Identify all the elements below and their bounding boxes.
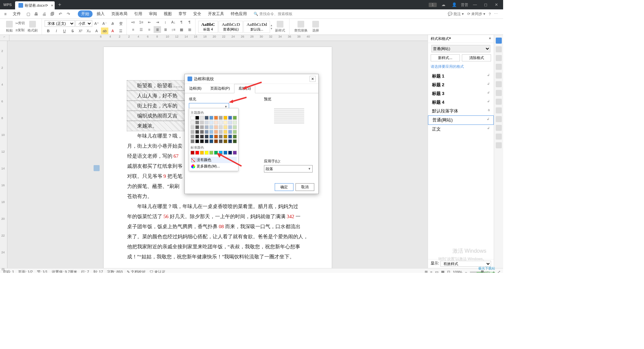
tab-start[interactable]: 开始 [78,10,93,17]
color-swatch[interactable] [228,120,232,124]
close-button[interactable]: ✕ [492,2,500,7]
shading[interactable]: ▦ [178,26,185,33]
ruler-horizontal[interactable]: 642246810121416182022242628303234363840 [9,35,428,41]
bullets[interactable]: •≡ [129,19,137,26]
linespace[interactable]: ↕ [162,19,169,26]
dialog-close[interactable]: × [310,76,316,82]
clear-format[interactable]: A̷ [109,20,116,27]
color-swatch[interactable] [195,130,199,134]
document-tab[interactable]: 盼望着.docx ⟳ × [15,1,55,9]
ok-button[interactable]: 确定 [275,183,293,191]
color-swatch[interactable] [214,151,218,155]
cut-button[interactable]: ✂ 剪切 [15,20,25,27]
color-swatch[interactable] [219,120,223,124]
preview-icon[interactable]: 🗐 [49,11,56,17]
borders[interactable]: ⊞ [186,26,193,33]
color-swatch[interactable] [205,130,209,134]
tool-6[interactable] [496,81,502,87]
tool-13[interactable] [496,142,502,148]
tool-4[interactable] [496,64,502,70]
underline-button[interactable]: U [61,28,68,34]
color-swatch[interactable] [214,116,218,120]
color-swatch[interactable] [219,139,223,143]
badge-1[interactable]: 1 [429,3,437,7]
color-swatch[interactable] [223,120,227,124]
color-swatch[interactable] [200,130,204,134]
sync-button[interactable]: ⟳ 未同步 ▾ [467,11,485,16]
style-h2[interactable]: 标题 2↲ [428,81,494,89]
color-swatch[interactable] [228,139,232,143]
sub-button[interactable]: X₂ [85,28,92,34]
cancel-button[interactable]: 取消 [296,183,314,191]
color-swatch[interactable] [191,125,195,129]
color-swatch[interactable] [191,116,195,120]
italic-button[interactable]: I [53,28,60,34]
undo-icon[interactable]: ↶ [57,11,64,17]
tab-refresh-icon[interactable]: ⟳ [45,3,48,8]
style-normal-web[interactable]: AaBbCcD普通(网站) [219,21,243,33]
show-marks[interactable]: ¶ [178,19,185,26]
color-swatch[interactable] [195,120,199,124]
color-swatch[interactable] [200,139,204,143]
color-swatch[interactable] [233,139,237,143]
new-style-button[interactable]: 新样式 [273,20,287,34]
color-swatch[interactable] [219,116,223,120]
numbering[interactable]: 1≡ [138,19,145,26]
spacing[interactable]: ↕≡ [170,26,177,33]
color-swatch[interactable] [214,130,218,134]
tab-shading[interactable]: 底纹(S) [234,84,255,93]
char-shade[interactable]: ☰ [117,28,124,34]
color-swatch[interactable] [195,135,199,139]
notif-icon[interactable]: ☁ [439,2,447,7]
color-swatch[interactable] [200,125,204,129]
redo-icon[interactable]: ↷ [65,11,72,17]
color-swatch[interactable] [228,135,232,139]
font-color[interactable]: A [109,28,116,34]
open-icon[interactable]: ▢ [25,11,32,17]
status-setval[interactable]: 设置值: 9.7厘米 [52,269,77,273]
tab-view[interactable]: 视图 [161,11,174,17]
tab-border[interactable]: 边框(B) [185,84,206,93]
grow-font[interactable]: A⁺ [93,20,100,27]
distribute[interactable]: ≣ [162,26,169,33]
style-up[interactable]: ▴ [271,23,272,27]
print-icon[interactable]: 🖨 [41,11,48,17]
status-sec[interactable]: 节: 1/1 [37,269,48,273]
tab-layout[interactable]: 页面布局 [109,11,130,17]
color-swatch[interactable] [209,116,213,120]
view-2[interactable]: ≡ [430,270,432,273]
copy-button[interactable]: ⎘ 复制 [15,27,25,34]
tool-10[interactable] [496,116,502,122]
pilcrow[interactable]: ¶ [186,19,193,26]
color-swatch[interactable] [219,125,223,129]
color-swatch[interactable] [209,151,213,155]
size-combo[interactable]: 小四 [75,20,92,27]
style-default-font[interactable]: 默认段落字体a [428,107,494,115]
style-default[interactable]: AaBbCcDd默认段... [244,21,270,33]
paste-button[interactable]: 粘贴 [4,20,15,34]
tab-ref[interactable]: 引用 [131,11,145,17]
super-button[interactable]: X² [77,28,84,34]
align-left[interactable]: ≡ [129,26,137,33]
color-swatch[interactable] [205,135,209,139]
align-right[interactable]: ≡ [146,26,153,33]
color-swatch[interactable] [200,116,204,120]
color-swatch[interactable] [205,116,209,120]
file-menu[interactable]: 文件 [10,11,23,17]
color-swatch[interactable] [223,151,227,155]
zoom-level[interactable]: 109% [453,270,462,273]
format-painter[interactable]: 格式刷 [25,20,40,34]
view-1[interactable]: ⊞ [425,270,428,273]
clear-format-btn[interactable]: 清除格式 [462,54,491,61]
bold-button[interactable]: B [45,28,52,34]
tab-review[interactable]: 审阅 [146,11,160,17]
apply-combo[interactable]: 段落 [264,165,313,172]
tab-insert[interactable]: 插入 [94,11,107,17]
color-swatch[interactable] [223,125,227,129]
color-swatch[interactable] [191,139,195,143]
search-command[interactable]: 🔍 查找命令、搜索模板 [251,11,295,16]
shrink-font[interactable]: A⁻ [101,20,108,27]
indent[interactable]: ⇥ [154,19,161,26]
tool-11[interactable] [496,125,502,131]
tab-page-border[interactable]: 页面边框(P) [206,84,234,93]
